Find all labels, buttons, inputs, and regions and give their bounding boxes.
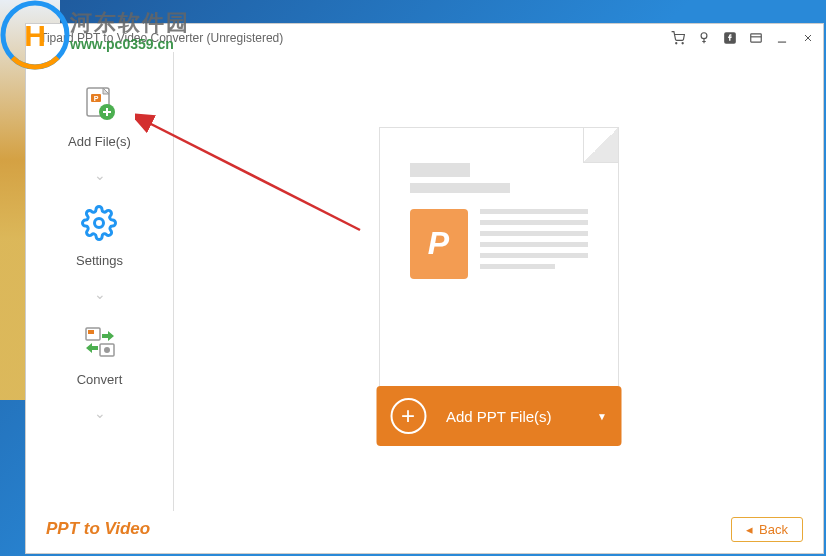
placeholder-line bbox=[480, 231, 588, 236]
chevron-down-icon: ⌄ bbox=[94, 405, 106, 421]
placeholder-line bbox=[480, 220, 588, 225]
placeholder-line bbox=[480, 242, 588, 247]
svg-rect-4 bbox=[751, 34, 762, 42]
main-content: P + Add PPT File(s) bbox=[174, 52, 823, 511]
svg-rect-17 bbox=[88, 330, 94, 334]
plus-icon: + bbox=[390, 398, 426, 434]
app-footer: PPT to Video ◂ Back bbox=[26, 511, 823, 553]
placeholder-line bbox=[480, 209, 588, 214]
back-label: Back bbox=[759, 522, 788, 537]
app-body: P Add File(s) ⌄ Settings bbox=[26, 52, 823, 511]
watermark-text: 河东软件园 bbox=[70, 8, 190, 38]
application-window: Tipard PPT to Video Converter (Unregiste… bbox=[25, 23, 824, 554]
sidebar-item-label: Add File(s) bbox=[68, 134, 131, 149]
menu-icon[interactable] bbox=[749, 31, 763, 45]
sidebar-item-add-files[interactable]: P Add File(s) bbox=[68, 82, 131, 149]
minimize-icon[interactable] bbox=[775, 31, 789, 45]
svg-text:H: H bbox=[24, 19, 46, 52]
title-bar-controls bbox=[671, 31, 815, 45]
svg-text:P: P bbox=[94, 95, 99, 102]
footer-brand: PPT to Video bbox=[46, 519, 150, 539]
chevron-down-icon: ⌄ bbox=[94, 167, 106, 183]
dropdown-arrow-icon[interactable]: ▼ bbox=[589, 411, 607, 422]
sidebar-item-settings[interactable]: Settings bbox=[76, 201, 123, 268]
svg-point-15 bbox=[95, 219, 104, 228]
svg-point-0 bbox=[676, 43, 677, 44]
powerpoint-icon: P bbox=[410, 209, 468, 279]
facebook-icon[interactable] bbox=[723, 31, 737, 45]
watermark-url: www.pc0359.cn bbox=[70, 36, 174, 52]
add-ppt-label: Add PPT File(s) bbox=[446, 408, 589, 425]
svg-point-1 bbox=[682, 43, 683, 44]
add-ppt-button[interactable]: + Add PPT File(s) ▼ bbox=[376, 386, 621, 446]
placeholder-line bbox=[480, 253, 588, 258]
placeholder-lines bbox=[480, 209, 588, 279]
svg-point-19 bbox=[104, 347, 110, 353]
watermark-logo: H bbox=[0, 0, 70, 70]
svg-point-2 bbox=[701, 33, 707, 39]
placeholder-bar bbox=[410, 163, 470, 177]
close-icon[interactable] bbox=[801, 31, 815, 45]
placeholder-row: P bbox=[410, 209, 588, 279]
sidebar-item-convert[interactable]: Convert bbox=[77, 320, 123, 387]
convert-icon bbox=[78, 320, 122, 364]
key-icon[interactable] bbox=[697, 31, 711, 45]
sidebar: P Add File(s) ⌄ Settings bbox=[26, 52, 174, 511]
back-button[interactable]: ◂ Back bbox=[731, 517, 803, 542]
chevron-down-icon: ⌄ bbox=[94, 286, 106, 302]
sidebar-item-label: Convert bbox=[77, 372, 123, 387]
gear-icon bbox=[77, 201, 121, 245]
page-fold-icon bbox=[583, 128, 618, 163]
placeholder-line bbox=[480, 264, 556, 269]
add-file-icon: P bbox=[77, 82, 121, 126]
cart-icon[interactable] bbox=[671, 31, 685, 45]
placeholder-bar bbox=[410, 183, 510, 193]
back-arrow-icon: ◂ bbox=[746, 522, 753, 537]
main-area: P + Add PPT File(s) bbox=[174, 52, 823, 511]
sidebar-item-label: Settings bbox=[76, 253, 123, 268]
